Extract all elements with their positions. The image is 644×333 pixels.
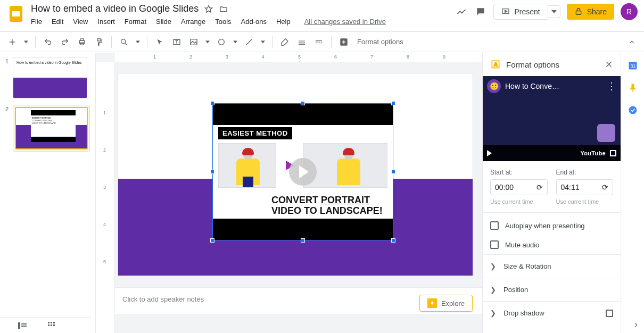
line-tool[interactable] <box>242 35 256 49</box>
menu-view[interactable]: View <box>73 18 88 26</box>
autoplay-checkbox-row[interactable]: Autoplay when presenting <box>483 216 621 235</box>
svg-marker-24 <box>261 40 265 43</box>
checkbox-icon[interactable] <box>490 221 499 230</box>
resize-handle[interactable] <box>210 101 214 105</box>
image-dropdown[interactable] <box>204 35 211 49</box>
explore-button[interactable]: ✦Explore <box>419 295 473 312</box>
mute-checkbox-row[interactable]: Mute audio <box>483 235 621 254</box>
use-current-end[interactable]: Use current time <box>556 198 614 205</box>
fullscreen-icon[interactable] <box>610 150 616 156</box>
present-dropdown[interactable] <box>548 5 560 18</box>
move-folder-icon[interactable] <box>219 4 228 14</box>
svg-rect-41 <box>51 324 52 326</box>
menu-slide[interactable]: Slide <box>156 18 171 26</box>
video-object-selected[interactable]: EASIEST METHOD CONVERT PORTRAITVIDEO TO … <box>212 103 393 240</box>
refresh-icon[interactable]: ⟳ <box>536 183 543 192</box>
slide-canvas[interactable]: EASIEST METHOD CONVERT PORTRAITVIDEO TO … <box>118 73 473 276</box>
border-dash-button[interactable] <box>312 35 326 49</box>
present-button[interactable]: Present <box>493 4 548 20</box>
line-dropdown[interactable] <box>259 35 267 49</box>
menu-help[interactable]: Help <box>276 18 291 26</box>
activity-icon[interactable] <box>455 5 468 18</box>
format-options-icon: A <box>490 59 501 70</box>
slide-thumbnail-2[interactable]: EASIEST METHODCONVERT PORTRAITVIDEO TO L… <box>15 107 88 149</box>
video-banner-text: EASIEST METHOD <box>218 127 292 139</box>
slide-thumbnail-1[interactable]: How to embed a video in Google Slides <box>13 57 87 98</box>
shape-dropdown[interactable] <box>232 35 239 49</box>
paint-format-button[interactable] <box>92 35 106 49</box>
resize-handle[interactable] <box>301 101 305 105</box>
play-button-icon[interactable] <box>289 158 317 186</box>
border-color-button[interactable] <box>278 35 292 49</box>
drop-shadow-section[interactable]: ❯ Drop shadow <box>483 301 621 324</box>
share-button[interactable]: Share <box>567 4 614 20</box>
tasks-icon[interactable] <box>628 105 638 115</box>
resize-handle[interactable] <box>391 238 395 243</box>
format-options-button[interactable]: Format options <box>357 38 403 46</box>
menu-format[interactable]: Format <box>125 18 146 26</box>
svg-rect-37 <box>48 322 49 323</box>
select-tool[interactable] <box>153 35 167 49</box>
expand-rail-icon[interactable] <box>632 321 640 329</box>
resize-handle[interactable] <box>391 101 395 105</box>
video-more-icon[interactable]: ⋮ <box>607 80 616 92</box>
svg-marker-5 <box>551 10 557 13</box>
resize-handle[interactable] <box>210 170 214 174</box>
menu-insert[interactable]: Insert <box>97 18 115 26</box>
menu-file[interactable]: File <box>31 18 42 26</box>
svg-point-21 <box>219 39 225 45</box>
position-section[interactable]: ❯ Position <box>483 278 621 301</box>
textbox-tool[interactable] <box>170 35 184 49</box>
star-icon[interactable] <box>204 4 213 14</box>
slides-logo[interactable] <box>6 4 26 23</box>
zoom-button[interactable] <box>117 35 131 49</box>
filmstrip-view-icon[interactable] <box>18 322 27 329</box>
resize-handle[interactable] <box>301 238 305 243</box>
save-status[interactable]: All changes saved in Drive <box>304 18 386 26</box>
svg-marker-22 <box>233 40 237 43</box>
menu-addons[interactable]: Add-ons <box>241 18 267 26</box>
menu-arrange[interactable]: Arrange <box>181 18 205 26</box>
refresh-icon[interactable]: ⟳ <box>602 183 608 192</box>
slide-canvas-area: 1 2 3 4 5 6 7 8 9 1 2 3 4 5 EASI <box>96 53 482 333</box>
checkbox-icon[interactable] <box>490 240 499 249</box>
redo-button[interactable] <box>58 35 72 49</box>
svg-marker-20 <box>205 40 210 43</box>
svg-rect-6 <box>576 11 581 15</box>
use-current-start[interactable]: Use current time <box>490 198 548 205</box>
shape-tool[interactable] <box>214 35 228 49</box>
checkbox-icon[interactable] <box>606 310 613 317</box>
resize-handle[interactable] <box>210 238 214 243</box>
video-preview[interactable]: 🙂 How to Conve… ⋮ YouTube <box>483 76 621 161</box>
resize-handle[interactable] <box>391 170 395 174</box>
menu-edit[interactable]: Edit <box>52 18 63 26</box>
collapse-toolbar-icon[interactable] <box>625 35 639 49</box>
slide-panel: 1 How to embed a video in Google Slides … <box>0 53 96 333</box>
insert-comment-button[interactable] <box>337 35 351 49</box>
grid-view-icon[interactable] <box>48 322 55 329</box>
end-at-input[interactable]: 04:11 ⟳ <box>556 179 614 195</box>
svg-text:A: A <box>494 62 498 68</box>
image-tool[interactable] <box>187 35 201 49</box>
size-rotation-section[interactable]: ❯ Size & Rotation <box>483 254 621 278</box>
start-at-input[interactable]: 00:00 ⟳ <box>490 179 548 195</box>
new-slide-dropdown[interactable] <box>22 35 30 49</box>
comments-icon[interactable] <box>474 5 487 18</box>
close-sidebar-icon[interactable] <box>605 60 613 69</box>
document-title[interactable]: How to embed a video in Google Slides <box>31 3 199 14</box>
print-button[interactable] <box>75 35 89 49</box>
youtube-logo[interactable]: YouTube <box>580 150 606 156</box>
border-weight-button[interactable] <box>295 35 309 49</box>
vertical-ruler: 1 2 3 4 5 <box>96 62 115 333</box>
keep-icon[interactable] <box>628 82 638 93</box>
undo-button[interactable] <box>41 35 55 49</box>
preview-play-icon[interactable] <box>487 150 492 156</box>
calendar-icon[interactable]: 31 <box>628 60 638 71</box>
svg-rect-49 <box>632 89 633 91</box>
account-avatar[interactable]: R <box>621 3 638 20</box>
svg-text:31: 31 <box>630 63 635 69</box>
zoom-dropdown[interactable] <box>134 35 142 49</box>
new-slide-button[interactable] <box>5 35 19 49</box>
svg-rect-11 <box>80 39 84 40</box>
menu-tools[interactable]: Tools <box>215 18 231 26</box>
